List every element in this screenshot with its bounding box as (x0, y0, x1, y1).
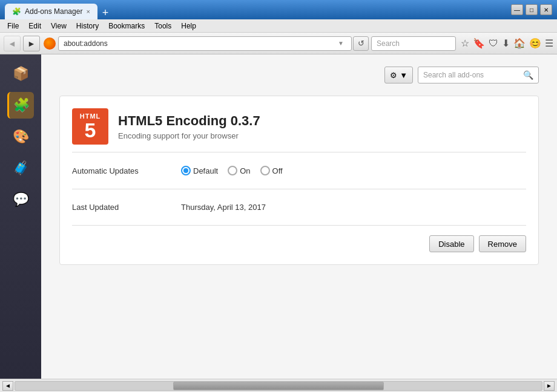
pocket-icon[interactable]: 🛡 (489, 38, 498, 49)
refresh-button[interactable]: ↺ (353, 36, 369, 51)
tab-area: 🧩 Add-ons Manager × + (5, 0, 108, 19)
radio-on[interactable]: On (228, 166, 250, 175)
address-text: about:addons (64, 39, 335, 48)
paint-icon: 🎨 (13, 129, 29, 145)
updates-label: Automatic Updates (72, 166, 169, 175)
addon-card: HTML 5 HTML5 Encoding 0.3.7 Encoding sup… (59, 96, 539, 265)
menu-icon[interactable]: ☰ (545, 38, 553, 49)
radio-default-circle (181, 166, 191, 175)
download-icon[interactable]: ⬇ (502, 38, 510, 49)
sidebar-item-extensions[interactable]: 📦 (7, 60, 34, 87)
sidebar-item-appearance[interactable]: 🎨 (7, 123, 34, 150)
menu-history[interactable]: History (71, 21, 104, 31)
remove-button[interactable]: Remove (479, 235, 526, 252)
menu-bookmarks[interactable]: Bookmarks (104, 21, 150, 31)
last-updated-label: Last Updated (72, 203, 169, 212)
radio-off-label: Off (272, 166, 283, 175)
content-area: ⚙ ▼ Search all add-ons 🔍 HTML 5 HTML5 En… (41, 54, 557, 379)
radio-default-label: Default (193, 166, 218, 175)
last-updated-value: Thursday, April 13, 2017 (181, 203, 266, 212)
firefox-logo (44, 38, 56, 50)
star-icon[interactable]: ☆ (461, 38, 469, 49)
sidebar-item-services[interactable]: 🧳 (7, 155, 34, 181)
forward-button[interactable]: ► (23, 36, 40, 51)
new-tab-button[interactable]: + (102, 7, 109, 19)
html5-number: 5 (85, 120, 96, 140)
close-button[interactable]: ✕ (540, 4, 552, 15)
scrollbar-thumb[interactable] (173, 382, 384, 390)
sidebar-item-cloud[interactable]: 💬 (7, 186, 34, 213)
cloud-icon: 💬 (13, 192, 29, 207)
menu-view[interactable]: View (46, 21, 71, 31)
search-addons-bar[interactable]: Search all add-ons 🔍 (418, 67, 539, 83)
gear-button[interactable]: ⚙ ▼ (384, 67, 413, 83)
toolbar-icons: ☆ 🔖 🛡 ⬇ 🏠 😊 ☰ (461, 38, 553, 49)
updates-radio-group: Default On Off (181, 166, 283, 175)
back-icon: ◄ (8, 39, 16, 48)
divider-bottom (72, 225, 526, 226)
refresh-icon: ↺ (358, 39, 364, 48)
extensions-icon: 📦 (13, 66, 29, 82)
gear-icon: ⚙ (390, 71, 397, 80)
home-icon[interactable]: 🏠 (513, 38, 526, 49)
search-addons-placeholder: Search all add-ons (423, 71, 523, 79)
addon-title: HTML5 Encoding 0.3.7 (118, 113, 260, 129)
addon-actions: Disable Remove (72, 235, 526, 252)
radio-off[interactable]: Off (260, 166, 283, 175)
bottom-scrollbar: ◄ ► (0, 379, 557, 392)
sidebar: 📦 🧩 🎨 🧳 💬 (0, 54, 41, 379)
addon-tab-label: Add-ons Manager (25, 7, 82, 16)
address-bar[interactable]: about:addons ▼ (58, 36, 352, 51)
bookmark-icon[interactable]: 🔖 (473, 38, 485, 49)
scroll-right-button[interactable]: ► (544, 381, 555, 391)
menu-help[interactable]: Help (176, 21, 201, 31)
radio-default[interactable]: Default (181, 166, 218, 175)
toolbar: ◄ ► about:addons ▼ ↺ Search ☆ 🔖 🛡 ⬇ 🏠 😊 … (0, 33, 557, 54)
puzzle-icon: 🧩 (13, 97, 30, 113)
html5-logo: HTML 5 (72, 108, 108, 145)
last-updated-row: Last Updated Thursday, April 13, 2017 (72, 197, 526, 218)
radio-on-circle (228, 166, 237, 175)
addon-header: HTML 5 HTML5 Encoding 0.3.7 Encoding sup… (72, 108, 526, 145)
maximize-button[interactable]: □ (526, 4, 538, 15)
titlebar: 🧩 Add-ons Manager × + — □ ✕ (0, 0, 557, 19)
gear-dropdown-icon: ▼ (400, 71, 407, 80)
menu-tools[interactable]: Tools (150, 21, 176, 31)
scrollbar-track[interactable] (15, 381, 542, 391)
addon-toolbar: ⚙ ▼ Search all add-ons 🔍 (59, 67, 539, 83)
minimize-button[interactable]: — (511, 4, 523, 15)
window-controls: — □ ✕ (511, 4, 552, 15)
sidebar-item-active[interactable]: 🧩 (7, 92, 34, 119)
addon-title-area: HTML5 Encoding 0.3.7 Encoding support fo… (118, 113, 260, 140)
tab-close-button[interactable]: × (86, 8, 90, 15)
search-addons-icon: 🔍 (523, 70, 533, 80)
menubar: File Edit View History Bookmarks Tools H… (0, 19, 557, 33)
main-layout: 📦 🧩 🎨 🧳 💬 ⚙ ▼ Search all add-ons 🔍 (0, 54, 557, 379)
updates-row: Automatic Updates Default On Off (72, 160, 526, 181)
user-icon[interactable]: 😊 (529, 38, 541, 49)
radio-on-label: On (240, 166, 250, 175)
search-bar[interactable]: Search (371, 36, 456, 51)
back-button[interactable]: ◄ (4, 36, 21, 51)
addons-tab[interactable]: 🧩 Add-ons Manager × (5, 4, 97, 19)
menu-edit[interactable]: Edit (24, 21, 46, 31)
search-placeholder: Search (377, 39, 450, 48)
menu-file[interactable]: File (2, 21, 24, 31)
briefcase-icon: 🧳 (13, 160, 29, 176)
divider-middle (72, 189, 526, 189)
scroll-left-button[interactable]: ◄ (2, 381, 13, 391)
divider-top (72, 152, 526, 152)
disable-button[interactable]: Disable (429, 235, 473, 252)
addon-description: Encoding support for your browser (118, 131, 260, 140)
addon-tab-icon: 🧩 (12, 7, 21, 16)
forward-icon: ► (27, 39, 36, 48)
radio-off-circle (260, 166, 270, 175)
address-dropdown-icon[interactable]: ▼ (338, 40, 344, 47)
